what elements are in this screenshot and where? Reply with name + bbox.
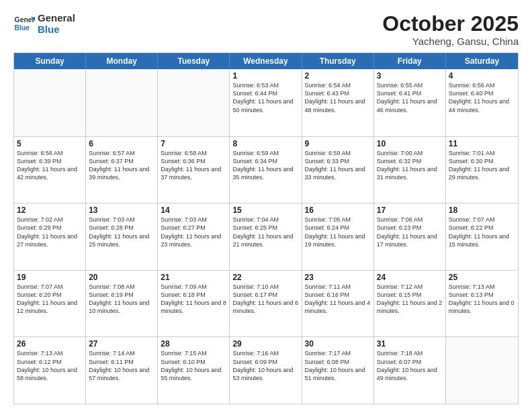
day-number: 19 (17, 273, 83, 282)
calendar-day-2: 2Sunrise: 6:54 AM Sunset: 6:43 PM Daylig… (302, 69, 374, 136)
calendar-week-3: 12Sunrise: 7:02 AM Sunset: 6:29 PM Dayli… (14, 203, 518, 270)
calendar-day-15: 15Sunrise: 7:04 AM Sunset: 6:25 PM Dayli… (230, 203, 302, 270)
day-info: Sunrise: 7:01 AM Sunset: 6:30 PM Dayligh… (449, 149, 515, 182)
day-info: Sunrise: 7:12 AM Sunset: 6:15 PM Dayligh… (377, 283, 443, 316)
day-number: 28 (161, 339, 226, 349)
day-info: Sunrise: 7:06 AM Sunset: 6:23 PM Dayligh… (377, 216, 443, 248)
calendar-day-17: 17Sunrise: 7:06 AM Sunset: 6:23 PM Dayli… (374, 203, 446, 270)
day-number: 17 (377, 205, 443, 215)
calendar-header: SundayMondayTuesdayWednesdayThursdayFrid… (14, 53, 518, 69)
calendar-day-21: 21Sunrise: 7:09 AM Sunset: 6:18 PM Dayli… (158, 271, 230, 337)
day-info: Sunrise: 7:13 AM Sunset: 6:12 PM Dayligh… (17, 349, 83, 382)
day-info: Sunrise: 7:03 AM Sunset: 6:28 PM Dayligh… (89, 216, 154, 248)
day-info: Sunrise: 7:10 AM Sunset: 6:17 PM Dayligh… (232, 283, 298, 316)
day-header-wednesday: Wednesday (230, 53, 302, 69)
calendar-day-20: 20Sunrise: 7:08 AM Sunset: 6:19 PM Dayli… (86, 271, 158, 337)
calendar-day-25: 25Sunrise: 7:13 AM Sunset: 6:13 PM Dayli… (446, 271, 518, 337)
day-info: Sunrise: 7:05 AM Sunset: 6:24 PM Dayligh… (305, 216, 371, 248)
calendar-day-28: 28Sunrise: 7:15 AM Sunset: 6:10 PM Dayli… (158, 337, 230, 404)
calendar: SundayMondayTuesdayWednesdayThursdayFrid… (13, 52, 519, 404)
title-block: October 2025 Yacheng, Gansu, China (382, 12, 519, 47)
calendar-day-26: 26Sunrise: 7:13 AM Sunset: 6:12 PM Dayli… (14, 337, 86, 404)
calendar-body: 1Sunrise: 6:53 AM Sunset: 6:44 PM Daylig… (14, 69, 518, 404)
logo: General Blue General Blue (13, 12, 75, 36)
calendar-day-10: 10Sunrise: 7:00 AM Sunset: 6:32 PM Dayli… (374, 137, 446, 203)
day-info: Sunrise: 7:00 AM Sunset: 6:32 PM Dayligh… (377, 149, 443, 182)
day-info: Sunrise: 7:08 AM Sunset: 6:19 PM Dayligh… (89, 283, 154, 316)
day-info: Sunrise: 6:54 AM Sunset: 6:43 PM Dayligh… (305, 81, 371, 114)
day-info: Sunrise: 6:59 AM Sunset: 6:34 PM Dayligh… (232, 149, 298, 182)
calendar-day-empty (158, 69, 230, 136)
day-number: 16 (305, 205, 371, 215)
header: General Blue General Blue October 2025 Y… (13, 12, 519, 47)
day-number: 4 (449, 71, 515, 81)
calendar-week-5: 26Sunrise: 7:13 AM Sunset: 6:12 PM Dayli… (14, 336, 518, 404)
day-number: 24 (377, 273, 443, 282)
day-info: Sunrise: 7:18 AM Sunset: 6:07 PM Dayligh… (377, 349, 443, 382)
day-header-saturday: Saturday (446, 53, 518, 69)
day-header-monday: Monday (86, 53, 158, 69)
day-header-thursday: Thursday (302, 53, 374, 69)
calendar-day-9: 9Sunrise: 6:59 AM Sunset: 6:33 PM Daylig… (302, 137, 374, 203)
day-number: 29 (232, 339, 298, 349)
day-number: 30 (305, 339, 371, 349)
day-number: 23 (305, 273, 371, 282)
calendar-day-8: 8Sunrise: 6:59 AM Sunset: 6:34 PM Daylig… (230, 137, 302, 203)
calendar-day-30: 30Sunrise: 7:17 AM Sunset: 6:08 PM Dayli… (302, 337, 374, 404)
month-title: October 2025 (382, 12, 519, 36)
calendar-day-31: 31Sunrise: 7:18 AM Sunset: 6:07 PM Dayli… (374, 337, 446, 404)
day-number: 8 (232, 139, 298, 148)
day-number: 11 (449, 139, 515, 148)
day-info: Sunrise: 6:56 AM Sunset: 6:39 PM Dayligh… (17, 149, 83, 182)
day-number: 22 (232, 273, 298, 282)
day-number: 18 (449, 205, 515, 215)
day-number: 10 (377, 139, 443, 148)
day-header-sunday: Sunday (14, 53, 86, 69)
day-number: 25 (449, 273, 515, 282)
calendar-day-13: 13Sunrise: 7:03 AM Sunset: 6:28 PM Dayli… (86, 203, 158, 270)
day-number: 6 (89, 139, 154, 148)
calendar-day-3: 3Sunrise: 6:55 AM Sunset: 6:41 PM Daylig… (374, 69, 446, 136)
logo-general: General (38, 12, 75, 24)
day-info: Sunrise: 6:56 AM Sunset: 6:40 PM Dayligh… (449, 81, 515, 114)
day-info: Sunrise: 6:55 AM Sunset: 6:41 PM Dayligh… (377, 81, 443, 114)
day-number: 14 (161, 205, 226, 215)
day-info: Sunrise: 7:13 AM Sunset: 6:13 PM Dayligh… (449, 283, 515, 316)
day-number: 7 (161, 139, 226, 148)
day-number: 20 (89, 273, 154, 282)
day-info: Sunrise: 7:15 AM Sunset: 6:10 PM Dayligh… (161, 349, 226, 382)
day-number: 31 (377, 339, 443, 349)
calendar-day-4: 4Sunrise: 6:56 AM Sunset: 6:40 PM Daylig… (446, 69, 518, 136)
day-number: 3 (377, 71, 443, 81)
day-number: 9 (305, 139, 371, 148)
calendar-day-19: 19Sunrise: 7:07 AM Sunset: 6:20 PM Dayli… (14, 271, 86, 337)
day-info: Sunrise: 6:57 AM Sunset: 6:37 PM Dayligh… (89, 149, 154, 182)
day-info: Sunrise: 6:53 AM Sunset: 6:44 PM Dayligh… (232, 81, 298, 114)
location-subtitle: Yacheng, Gansu, China (382, 36, 519, 47)
calendar-week-1: 1Sunrise: 6:53 AM Sunset: 6:44 PM Daylig… (14, 69, 518, 136)
day-header-friday: Friday (374, 53, 446, 69)
calendar-week-4: 19Sunrise: 7:07 AM Sunset: 6:20 PM Dayli… (14, 270, 518, 337)
calendar-day-14: 14Sunrise: 7:03 AM Sunset: 6:27 PM Dayli… (158, 203, 230, 270)
calendar-day-23: 23Sunrise: 7:11 AM Sunset: 6:16 PM Dayli… (302, 271, 374, 337)
svg-text:Blue: Blue (15, 24, 30, 32)
day-number: 12 (17, 205, 83, 215)
calendar-day-6: 6Sunrise: 6:57 AM Sunset: 6:37 PM Daylig… (86, 137, 158, 203)
day-number: 27 (89, 339, 154, 349)
day-info: Sunrise: 7:17 AM Sunset: 6:08 PM Dayligh… (305, 349, 371, 382)
calendar-day-empty (446, 337, 518, 404)
day-info: Sunrise: 7:02 AM Sunset: 6:29 PM Dayligh… (17, 216, 83, 248)
calendar-day-5: 5Sunrise: 6:56 AM Sunset: 6:39 PM Daylig… (14, 137, 86, 203)
day-number: 13 (89, 205, 154, 215)
logo-blue: Blue (38, 24, 75, 35)
calendar-day-22: 22Sunrise: 7:10 AM Sunset: 6:17 PM Dayli… (230, 271, 302, 337)
day-number: 2 (305, 71, 371, 81)
calendar-day-16: 16Sunrise: 7:05 AM Sunset: 6:24 PM Dayli… (302, 203, 374, 270)
day-number: 1 (232, 71, 298, 81)
day-info: Sunrise: 6:58 AM Sunset: 6:36 PM Dayligh… (161, 149, 226, 182)
day-info: Sunrise: 7:07 AM Sunset: 6:22 PM Dayligh… (449, 216, 515, 248)
day-info: Sunrise: 7:07 AM Sunset: 6:20 PM Dayligh… (17, 283, 83, 316)
calendar-day-24: 24Sunrise: 7:12 AM Sunset: 6:15 PM Dayli… (374, 271, 446, 337)
day-number: 26 (17, 339, 83, 349)
calendar-day-27: 27Sunrise: 7:14 AM Sunset: 6:11 PM Dayli… (86, 337, 158, 404)
